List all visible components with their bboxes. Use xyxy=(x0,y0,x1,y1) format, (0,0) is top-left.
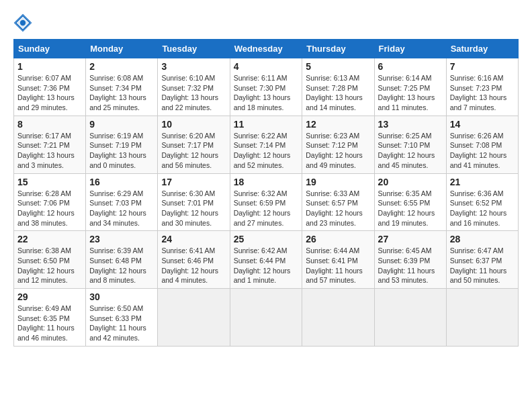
calendar-cell: 19Sunrise: 6:33 AM Sunset: 6:57 PM Dayli… xyxy=(302,173,374,231)
weekday-header-monday: Monday xyxy=(86,40,158,58)
day-number: 15 xyxy=(17,177,82,187)
day-number: 6 xyxy=(378,61,443,72)
calendar-cell: 1Sunrise: 6:07 AM Sunset: 7:36 PM Daylig… xyxy=(14,58,86,116)
calendar-week-3: 15Sunrise: 6:28 AM Sunset: 7:06 PM Dayli… xyxy=(14,173,519,231)
day-number: 8 xyxy=(17,119,82,130)
calendar-cell: 22Sunrise: 6:38 AM Sunset: 6:50 PM Dayli… xyxy=(14,231,86,289)
day-number: 2 xyxy=(89,61,154,72)
calendar-cell: 27Sunrise: 6:45 AM Sunset: 6:39 PM Dayli… xyxy=(374,231,446,289)
calendar-cell: 11Sunrise: 6:22 AM Sunset: 7:14 PM Dayli… xyxy=(230,116,302,173)
day-detail: Sunrise: 6:16 AM Sunset: 7:23 PM Dayligh… xyxy=(450,73,515,113)
day-detail: Sunrise: 6:28 AM Sunset: 7:06 PM Dayligh… xyxy=(17,189,82,228)
calendar-cell: 24Sunrise: 6:41 AM Sunset: 6:46 PM Dayli… xyxy=(158,231,230,289)
day-detail: Sunrise: 6:41 AM Sunset: 6:46 PM Dayligh… xyxy=(161,246,226,285)
day-detail: Sunrise: 6:20 AM Sunset: 7:17 PM Dayligh… xyxy=(161,131,226,171)
calendar-cell: 10Sunrise: 6:20 AM Sunset: 7:17 PM Dayli… xyxy=(158,116,230,173)
day-number: 1 xyxy=(17,61,82,72)
calendar-cell: 9Sunrise: 6:19 AM Sunset: 7:19 PM Daylig… xyxy=(86,116,158,173)
day-detail: Sunrise: 6:44 AM Sunset: 6:41 PM Dayligh… xyxy=(306,246,370,285)
day-detail: Sunrise: 6:22 AM Sunset: 7:14 PM Dayligh… xyxy=(234,131,299,171)
weekday-header-row: SundayMondayTuesdayWednesdayThursdayFrid… xyxy=(14,40,519,58)
day-detail: Sunrise: 6:13 AM Sunset: 7:28 PM Dayligh… xyxy=(306,73,370,113)
weekday-header-friday: Friday xyxy=(374,40,446,58)
calendar-cell: 23Sunrise: 6:39 AM Sunset: 6:48 PM Dayli… xyxy=(86,231,158,289)
weekday-header-thursday: Thursday xyxy=(302,40,374,58)
calendar-week-5: 29Sunrise: 6:49 AM Sunset: 6:35 PM Dayli… xyxy=(14,289,519,347)
day-detail: Sunrise: 6:23 AM Sunset: 7:12 PM Dayligh… xyxy=(306,131,370,171)
day-number: 25 xyxy=(234,234,299,244)
calendar-cell: 6Sunrise: 6:14 AM Sunset: 7:25 PM Daylig… xyxy=(374,58,446,116)
calendar-cell xyxy=(374,289,446,347)
calendar-cell: 4Sunrise: 6:11 AM Sunset: 7:30 PM Daylig… xyxy=(230,58,302,116)
weekday-header-wednesday: Wednesday xyxy=(230,40,302,58)
calendar-cell xyxy=(230,289,302,347)
weekday-header-tuesday: Tuesday xyxy=(158,40,230,58)
logo-icon xyxy=(13,13,32,32)
day-detail: Sunrise: 6:32 AM Sunset: 6:59 PM Dayligh… xyxy=(234,189,299,228)
day-detail: Sunrise: 6:07 AM Sunset: 7:36 PM Dayligh… xyxy=(17,73,82,113)
day-detail: Sunrise: 6:45 AM Sunset: 6:39 PM Dayligh… xyxy=(378,246,443,285)
day-number: 3 xyxy=(161,61,226,72)
day-number: 20 xyxy=(378,177,443,187)
calendar-week-1: 1Sunrise: 6:07 AM Sunset: 7:36 PM Daylig… xyxy=(14,58,519,116)
calendar-cell: 13Sunrise: 6:25 AM Sunset: 7:10 PM Dayli… xyxy=(374,116,446,173)
page-header xyxy=(13,13,519,32)
day-number: 14 xyxy=(450,119,515,130)
day-detail: Sunrise: 6:19 AM Sunset: 7:19 PM Dayligh… xyxy=(89,131,154,171)
logo xyxy=(13,13,35,32)
calendar-cell xyxy=(158,289,230,347)
weekday-header-saturday: Saturday xyxy=(446,40,518,58)
calendar-cell: 25Sunrise: 6:42 AM Sunset: 6:44 PM Dayli… xyxy=(230,231,302,289)
day-number: 4 xyxy=(234,61,299,72)
day-number: 19 xyxy=(306,177,370,187)
calendar-cell: 14Sunrise: 6:26 AM Sunset: 7:08 PM Dayli… xyxy=(446,116,518,173)
day-number: 5 xyxy=(306,61,370,72)
calendar-cell: 17Sunrise: 6:30 AM Sunset: 7:01 PM Dayli… xyxy=(158,173,230,231)
day-number: 11 xyxy=(234,119,299,130)
calendar-week-4: 22Sunrise: 6:38 AM Sunset: 6:50 PM Dayli… xyxy=(14,231,519,289)
day-number: 9 xyxy=(89,119,154,130)
day-number: 18 xyxy=(234,177,299,187)
calendar-cell: 16Sunrise: 6:29 AM Sunset: 7:03 PM Dayli… xyxy=(86,173,158,231)
calendar-cell: 15Sunrise: 6:28 AM Sunset: 7:06 PM Dayli… xyxy=(14,173,86,231)
day-number: 24 xyxy=(161,234,226,244)
calendar-cell: 29Sunrise: 6:49 AM Sunset: 6:35 PM Dayli… xyxy=(14,289,86,347)
day-detail: Sunrise: 6:25 AM Sunset: 7:10 PM Dayligh… xyxy=(378,131,443,171)
day-number: 30 xyxy=(89,291,154,302)
calendar-cell: 18Sunrise: 6:32 AM Sunset: 6:59 PM Dayli… xyxy=(230,173,302,231)
day-number: 27 xyxy=(378,234,443,244)
calendar-table: SundayMondayTuesdayWednesdayThursdayFrid… xyxy=(13,39,519,347)
day-detail: Sunrise: 6:47 AM Sunset: 6:37 PM Dayligh… xyxy=(450,246,515,285)
calendar-cell: 5Sunrise: 6:13 AM Sunset: 7:28 PM Daylig… xyxy=(302,58,374,116)
calendar-cell xyxy=(446,289,518,347)
day-number: 26 xyxy=(306,234,370,244)
day-number: 23 xyxy=(89,234,154,244)
day-number: 12 xyxy=(306,119,370,130)
calendar-cell: 2Sunrise: 6:08 AM Sunset: 7:34 PM Daylig… xyxy=(86,58,158,116)
day-detail: Sunrise: 6:30 AM Sunset: 7:01 PM Dayligh… xyxy=(161,189,226,228)
calendar-week-2: 8Sunrise: 6:17 AM Sunset: 7:21 PM Daylig… xyxy=(14,116,519,173)
day-number: 16 xyxy=(89,177,154,187)
day-detail: Sunrise: 6:36 AM Sunset: 6:52 PM Dayligh… xyxy=(450,189,515,228)
day-number: 29 xyxy=(17,291,82,302)
day-detail: Sunrise: 6:08 AM Sunset: 7:34 PM Dayligh… xyxy=(89,73,154,113)
day-detail: Sunrise: 6:29 AM Sunset: 7:03 PM Dayligh… xyxy=(89,189,154,228)
day-number: 17 xyxy=(161,177,226,187)
calendar-cell: 21Sunrise: 6:36 AM Sunset: 6:52 PM Dayli… xyxy=(446,173,518,231)
day-detail: Sunrise: 6:42 AM Sunset: 6:44 PM Dayligh… xyxy=(234,246,299,285)
calendar-cell: 30Sunrise: 6:50 AM Sunset: 6:33 PM Dayli… xyxy=(86,289,158,347)
weekday-header-sunday: Sunday xyxy=(14,40,86,58)
day-detail: Sunrise: 6:38 AM Sunset: 6:50 PM Dayligh… xyxy=(17,246,82,285)
day-detail: Sunrise: 6:50 AM Sunset: 6:33 PM Dayligh… xyxy=(89,304,154,343)
calendar-cell: 28Sunrise: 6:47 AM Sunset: 6:37 PM Dayli… xyxy=(446,231,518,289)
calendar-cell xyxy=(302,289,374,347)
day-number: 10 xyxy=(161,119,226,130)
day-detail: Sunrise: 6:39 AM Sunset: 6:48 PM Dayligh… xyxy=(89,246,154,285)
day-number: 22 xyxy=(17,234,82,244)
day-number: 21 xyxy=(450,177,515,187)
calendar-cell: 8Sunrise: 6:17 AM Sunset: 7:21 PM Daylig… xyxy=(14,116,86,173)
day-number: 13 xyxy=(378,119,443,130)
day-detail: Sunrise: 6:49 AM Sunset: 6:35 PM Dayligh… xyxy=(17,304,82,343)
day-detail: Sunrise: 6:35 AM Sunset: 6:55 PM Dayligh… xyxy=(378,189,443,228)
day-detail: Sunrise: 6:17 AM Sunset: 7:21 PM Dayligh… xyxy=(17,131,82,171)
